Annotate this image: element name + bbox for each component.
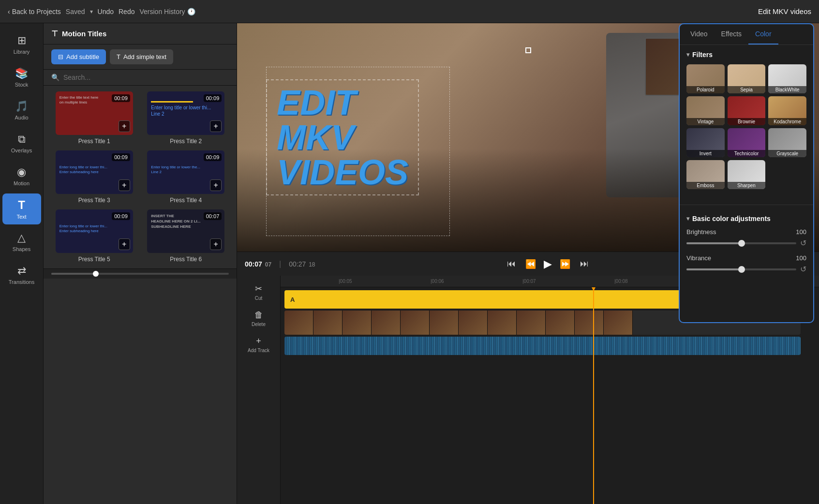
cut-tool[interactable]: ✂ Cut <box>242 280 276 305</box>
brightness-slider-thumb[interactable] <box>738 240 745 247</box>
title-name-2: Press Title 2 <box>170 138 202 145</box>
tab-video[interactable]: Video <box>684 24 715 44</box>
title-add-btn-1[interactable]: + <box>119 120 130 132</box>
brightness-slider-fill <box>686 242 742 244</box>
sidebar-item-library[interactable]: ⊞ Library <box>2 29 41 60</box>
shapes-icon: △ <box>17 232 26 244</box>
title-add-btn-3[interactable]: + <box>119 179 130 191</box>
title-duration-1: 00:09 <box>112 94 130 102</box>
selection-handle-top[interactable] <box>525 47 531 53</box>
undo-button[interactable]: Undo <box>98 8 114 15</box>
saved-dropdown[interactable]: ▾ <box>90 8 93 15</box>
cut-icon: ✂ <box>255 283 262 294</box>
motion-titles-icon: ⊤ <box>51 29 58 38</box>
brightness-label: Brightness <box>686 228 716 236</box>
title-preview-6: INSERT THEHEADLINE HERE ON 2 LI...SUBHEA… <box>147 209 224 253</box>
rewind-button[interactable]: ⏪ <box>523 257 538 271</box>
title-add-btn-5[interactable]: + <box>119 238 130 250</box>
sidebar-item-motion[interactable]: ◉ Motion <box>2 161 41 192</box>
audio-track[interactable] <box>284 337 801 355</box>
vibrance-label-row: Vibrance 100 <box>686 254 806 262</box>
search-input[interactable] <box>63 74 229 81</box>
filter-sepia[interactable]: Sepia <box>728 64 766 93</box>
vibrance-label: Vibrance <box>686 254 711 262</box>
filter-brownie[interactable]: Brownie <box>728 96 766 125</box>
title-preview-3: Enter long title or lower thi...Enter su… <box>56 150 133 194</box>
timeline-playhead[interactable] <box>593 287 594 504</box>
add-track-tool[interactable]: + Add Track <box>242 332 276 357</box>
brightness-value: 100 <box>796 228 806 236</box>
basic-color-header[interactable]: ▾ Basic color adjustments <box>686 215 806 222</box>
video-thumb-12 <box>604 311 633 335</box>
filter-vintage[interactable]: Vintage <box>686 96 725 125</box>
topbar: ‹ Back to Projects Saved ▾ Undo Redo Ver… <box>0 0 819 23</box>
add-subtitle-button[interactable]: ⊟ Add subtitle <box>51 49 106 64</box>
filter-blackwhite[interactable]: BlackWhite <box>768 64 806 93</box>
title-card-2[interactable]: Enter long title or lower thi...Line 2 0… <box>143 91 229 145</box>
title-name-1: Press Title 1 <box>78 138 110 145</box>
skip-to-end-button[interactable]: ⏭ <box>578 257 591 271</box>
search-icon: 🔍 <box>51 74 60 81</box>
title-name-6: Press Title 6 <box>170 256 202 263</box>
filter-sharpen[interactable]: Sharpen <box>728 160 766 189</box>
app-title: Edit MKV videos <box>758 7 811 15</box>
brightness-row: Brightness 100 ↺ <box>686 228 806 248</box>
vibrance-reset-button[interactable]: ↺ <box>800 265 806 274</box>
filter-emboss[interactable]: Emboss <box>686 160 725 189</box>
title-card-6[interactable]: INSERT THEHEADLINE HERE ON 2 LI...SUBHEA… <box>143 209 229 263</box>
filters-grid: Polaroid Sepia BlackWhite Vintage Browni… <box>686 64 806 189</box>
filters-header[interactable]: ▾ Filters <box>686 51 806 59</box>
video-thumb-10 <box>546 311 575 335</box>
audio-track-container <box>281 337 819 355</box>
vibrance-value: 100 <box>796 254 806 262</box>
tab-color[interactable]: Color <box>748 24 778 44</box>
sidebar-item-shapes[interactable]: △ Shapes <box>2 226 41 257</box>
fast-forward-button[interactable]: ⏩ <box>558 257 572 271</box>
sidebar-item-overlays[interactable]: ⧉ Overlays <box>2 128 41 159</box>
title-name-3: Press Title 3 <box>78 197 110 204</box>
redo-button[interactable]: Redo <box>119 8 134 15</box>
skip-to-start-button[interactable]: ⏮ <box>505 257 518 271</box>
search-box: 🔍 <box>44 70 237 86</box>
section-divider <box>680 205 813 205</box>
sidebar-item-transitions[interactable]: ⇄ Transitions <box>2 259 41 290</box>
title-card-1[interactable]: Enter the title text hereon multiple lin… <box>51 91 137 145</box>
filter-grayscale[interactable]: Grayscale <box>768 128 806 157</box>
text-add-icon: T <box>117 53 120 60</box>
filter-technicolor[interactable]: Technicolor <box>728 128 766 157</box>
video-thumb-7 <box>459 311 488 335</box>
filter-polaroid[interactable]: Polaroid <box>686 64 725 93</box>
text-icon: T <box>18 198 25 212</box>
title-card-3[interactable]: Enter long title or lower thi...Enter su… <box>51 150 137 204</box>
filter-invert[interactable]: Invert <box>686 128 725 157</box>
tab-effects[interactable]: Effects <box>715 24 749 44</box>
sidebar-item-stock[interactable]: 📚 Stock <box>2 62 41 93</box>
video-thumb-1 <box>284 311 313 335</box>
back-to-projects-button[interactable]: ‹ Back to Projects <box>8 8 61 15</box>
panel-header: ⊤ Motion Titles <box>44 23 237 44</box>
title-add-btn-6[interactable]: + <box>210 238 222 250</box>
title-preview-4: Enter long title or lower the...Line 2 0… <box>147 150 224 194</box>
brightness-slider-track <box>686 242 796 244</box>
sidebar-item-audio[interactable]: 🎵 Audio <box>2 95 41 126</box>
brightness-label-row: Brightness 100 <box>686 228 806 236</box>
sidebar-item-text[interactable]: T Text <box>2 193 41 224</box>
vibrance-slider-thumb[interactable] <box>738 266 745 273</box>
play-button[interactable]: ▶ <box>544 258 552 270</box>
title-card-5[interactable]: Enter long title or lower thi...Enter su… <box>51 209 137 263</box>
panel-scrubber[interactable] <box>51 273 229 275</box>
title-add-btn-2[interactable]: + <box>210 120 222 132</box>
brightness-slider-container: ↺ <box>686 238 806 248</box>
audio-icon: 🎵 <box>15 100 28 113</box>
panel-actions: ⊟ Add subtitle T Add simple text <box>44 44 237 70</box>
brightness-reset-button[interactable]: ↺ <box>800 238 806 248</box>
title-card-4[interactable]: Enter long title or lower the...Line 2 0… <box>143 150 229 204</box>
ruler-mark-3: |00:07 <box>522 279 536 284</box>
version-history[interactable]: Version History 🕐 <box>139 8 195 15</box>
vibrance-row: Vibrance 100 ↺ <box>686 254 806 274</box>
delete-tool[interactable]: 🗑 Delete <box>242 306 276 331</box>
title-add-btn-4[interactable]: + <box>210 179 222 191</box>
filter-kodachrome[interactable]: Kodachrome <box>768 96 806 125</box>
title-duration-2: 00:09 <box>204 94 222 102</box>
add-simple-text-button[interactable]: T Add simple text <box>110 49 173 64</box>
